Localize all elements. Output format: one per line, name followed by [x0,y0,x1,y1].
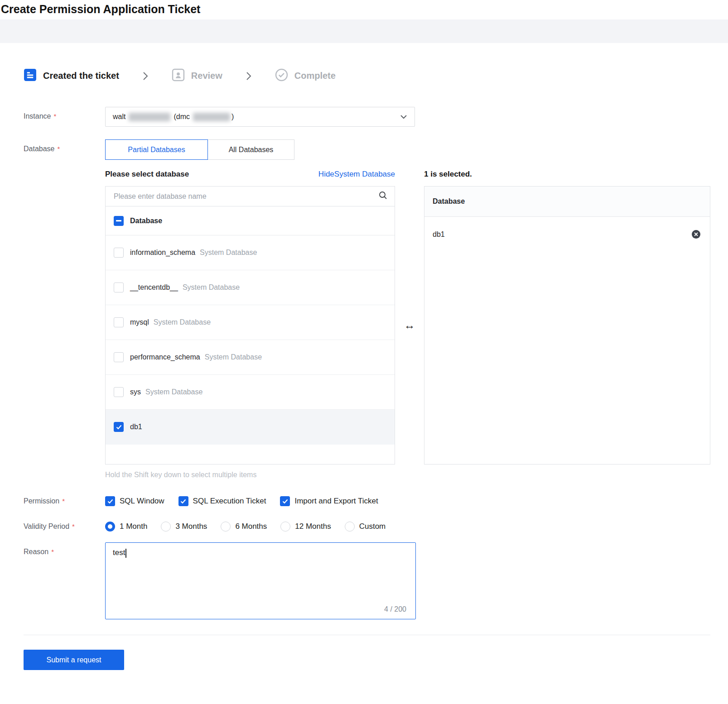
checkbox-checked-icon[interactable] [280,496,290,506]
complete-icon [275,68,288,83]
steps-bar: Created the ticket Review Complete [24,68,710,83]
redacted-text [193,113,230,121]
permission-option-import-export-ticket[interactable]: Import and Export Ticket [280,496,378,506]
radio-selected-icon[interactable] [105,522,115,532]
validity-option-6-months[interactable]: 6 Months [221,522,267,532]
database-source-panel: Database information_schema System Datab… [105,186,395,465]
validity-options: 1 Month 3 Months 6 Months 12 Months Cust… [105,517,710,532]
permission-option-sql-execution-ticket[interactable]: SQL Execution Ticket [178,496,266,506]
checkbox-checked-icon[interactable] [114,422,124,432]
database-list-header[interactable]: Database [106,206,395,235]
chevron-right-icon [246,72,251,81]
step-label: Created the ticket [43,71,119,81]
step-created-the-ticket: Created the ticket [24,68,119,83]
checkbox-unchecked-icon[interactable] [114,248,124,258]
page-subheader-strip [0,19,728,43]
checkbox-unchecked-icon[interactable] [114,317,124,327]
checkbox-checked-icon[interactable] [178,496,188,506]
database-row: Database* Partial Databases All Database… [24,139,710,479]
chevron-down-icon[interactable] [400,113,407,121]
database-item[interactable]: mysql System Database [106,305,395,340]
selected-database-name: db1 [433,230,445,239]
permission-row: Permission* SQL Window SQL Execution Tic… [24,492,710,506]
database-scope-tabs: Partial Databases All Databases [105,139,710,160]
checkbox-indeterminate-icon[interactable] [114,216,124,226]
instance-value-suffix: ) [231,113,234,121]
validity-option-12-months[interactable]: 12 Months [280,522,331,532]
validity-option-3-months[interactable]: 3 Months [161,522,207,532]
review-icon [172,68,185,83]
database-search-input[interactable] [113,192,379,201]
transfer-arrow-col: ↔ [395,186,424,465]
reason-row: Reason* test 4 / 200 [24,542,710,619]
validity-period-row: Validity Period* 1 Month 3 Months 6 Mont… [24,517,710,532]
required-mark: * [58,145,60,153]
select-database-title: Please select database [105,170,189,179]
selected-count: 1 is selected. [424,170,472,179]
text-caret [125,549,126,558]
reason-value: test [113,548,125,557]
permission-label: Permission* [24,492,105,506]
step-label: Review [191,71,222,81]
database-label: Database* [24,139,105,479]
ticket-form-card: Created the ticket Review Complete Insta… [0,43,728,688]
tab-all-databases[interactable]: All Databases [207,139,294,160]
checkbox-unchecked-icon[interactable] [114,387,124,397]
hide-system-database-link[interactable]: HideSystem Database [318,170,395,179]
reason-label: Reason* [24,542,105,619]
selected-database-row: db1 [424,217,710,252]
page-title: Create Permission Application Ticket [0,0,728,19]
radio-unselected-icon[interactable] [221,522,231,532]
remove-database-icon[interactable] [691,230,701,239]
tab-partial-databases[interactable]: Partial Databases [105,139,208,160]
checkbox-checked-icon[interactable] [105,496,115,506]
char-counter: 4 / 200 [384,605,406,613]
permission-options: SQL Window SQL Execution Ticket Import a… [105,492,710,506]
selected-panel-header: Database [424,187,710,217]
transfer-arrow-icon: ↔ [404,319,415,332]
database-search-row [106,187,395,206]
radio-unselected-icon[interactable] [161,522,171,532]
checkbox-unchecked-icon[interactable] [114,352,124,362]
chevron-right-icon [143,72,148,81]
instance-value-mid: (dmc [174,113,190,121]
instance-select[interactable]: walt (dmc ) [105,107,415,127]
step-complete: Complete [275,68,336,83]
reason-textarea[interactable]: test 4 / 200 [105,542,416,619]
redacted-text [129,113,170,121]
validity-option-1-month[interactable]: 1 Month [105,522,147,532]
validity-period-label: Validity Period* [24,517,105,532]
required-mark: * [72,522,75,530]
database-item[interactable]: information_schema System Database [106,235,395,270]
database-item[interactable]: sys System Database [106,375,395,410]
required-mark: * [53,112,56,120]
database-picker-header: Please select database HideSystem Databa… [105,170,710,179]
search-icon[interactable] [379,191,387,201]
database-selected-panel: Database db1 [424,186,710,465]
database-item[interactable]: __tencentdb__ System Database [106,270,395,305]
required-mark: * [51,548,54,556]
database-item[interactable]: db1 [106,410,395,445]
submit-request-button[interactable]: Submit a request [24,650,124,670]
step-label: Complete [294,71,336,81]
shift-select-hint: Hold the Shift key down to select multip… [105,471,710,479]
instance-label: Instance* [24,107,105,127]
database-item[interactable]: performance_schema System Database [106,340,395,375]
validity-option-custom[interactable]: Custom [345,522,386,532]
step-review: Review [172,68,222,83]
divider [24,635,710,635]
radio-unselected-icon[interactable] [280,522,290,532]
radio-unselected-icon[interactable] [345,522,355,532]
instance-row: Instance* walt (dmc ) [24,107,710,127]
database-transfer: Database information_schema System Datab… [105,186,710,465]
checkbox-unchecked-icon[interactable] [114,283,124,292]
ticket-icon [24,68,37,83]
required-mark: * [62,497,65,505]
instance-value-prefix: walt [113,113,125,121]
permission-option-sql-window[interactable]: SQL Window [105,496,164,506]
